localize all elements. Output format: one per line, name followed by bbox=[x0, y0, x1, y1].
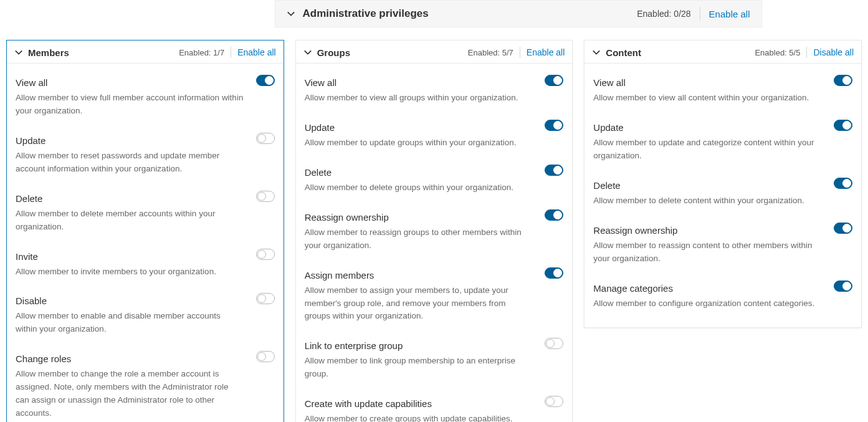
privilege-list: View allAllow member to view full member… bbox=[7, 64, 284, 422]
privilege-title: View all bbox=[305, 77, 564, 88]
privilege-toggle[interactable] bbox=[256, 249, 275, 260]
privilege-title: Update bbox=[16, 135, 275, 146]
toggle-knob bbox=[842, 121, 851, 130]
privilege-description: Allow member to view full member account… bbox=[16, 92, 275, 118]
privilege-description: Allow member to assign your members to, … bbox=[305, 284, 564, 324]
privilege-description: Allow member to configure organization c… bbox=[593, 297, 852, 310]
privilege-item: UpdateAllow member to reset passwords an… bbox=[16, 127, 275, 185]
privilege-description: Allow member to change the role a member… bbox=[16, 368, 275, 420]
privilege-title: Update bbox=[305, 122, 564, 133]
panel-header-groups[interactable]: GroupsEnabled: 5/7Enable all bbox=[296, 41, 573, 64]
privilege-toggle[interactable] bbox=[256, 75, 275, 86]
privilege-item: Reassign ownershipAllow member to reassi… bbox=[305, 203, 564, 261]
privilege-toggle[interactable] bbox=[545, 75, 563, 86]
toggle-knob bbox=[553, 269, 562, 277]
privilege-title: Delete bbox=[305, 167, 564, 178]
privilege-description: Allow member to enable and disable membe… bbox=[16, 310, 275, 336]
privilege-description: Allow member to reset passwords and upda… bbox=[16, 150, 275, 176]
privilege-title: Delete bbox=[16, 193, 275, 204]
panel-header-content[interactable]: ContentEnabled: 5/5Disable all bbox=[584, 41, 861, 64]
privilege-toggle[interactable] bbox=[834, 178, 852, 189]
toggle-knob bbox=[842, 224, 851, 233]
panel-groups: GroupsEnabled: 5/7Enable allView allAllo… bbox=[295, 40, 573, 422]
privilege-toggle[interactable] bbox=[545, 267, 563, 279]
panel-title: Content bbox=[606, 47, 755, 58]
panel-enabled-count: Enabled: 5/5 bbox=[755, 48, 800, 57]
enable-all-link[interactable]: Enable all bbox=[527, 47, 565, 57]
admin-privileges-enabled-count: Enabled: 0/28 bbox=[637, 9, 690, 19]
privilege-title: Update bbox=[593, 122, 852, 133]
privilege-item: UpdateAllow member to update and categor… bbox=[593, 113, 852, 171]
privilege-item: UpdateAllow member to update groups with… bbox=[305, 113, 564, 158]
privilege-title: Manage categories bbox=[593, 283, 852, 294]
privilege-toggle[interactable] bbox=[545, 165, 563, 176]
privilege-toggle[interactable] bbox=[834, 281, 852, 292]
privilege-toggle[interactable] bbox=[834, 120, 852, 131]
admin-privileges-header[interactable]: Administrative privileges Enabled: 0/28 … bbox=[275, 0, 762, 27]
toggle-knob bbox=[265, 76, 274, 85]
privilege-toggle[interactable] bbox=[256, 133, 275, 144]
privilege-title: Disable bbox=[16, 295, 275, 306]
privilege-list: View allAllow member to view all content… bbox=[584, 64, 861, 327]
privilege-item: DeleteAllow member to delete member acco… bbox=[16, 185, 275, 242]
toggle-knob bbox=[842, 76, 851, 85]
toggle-knob bbox=[842, 282, 851, 290]
toggle-knob bbox=[546, 339, 555, 348]
privilege-description: Allow member to view all content within … bbox=[593, 92, 852, 105]
privilege-item: View allAllow member to view full member… bbox=[16, 69, 275, 127]
privilege-item: Assign membersAllow member to assign you… bbox=[305, 261, 564, 332]
privilege-item: Change rolesAllow member to change the r… bbox=[16, 345, 275, 422]
privilege-description: Allow member to invite members to your o… bbox=[16, 266, 275, 279]
privilege-title: Delete bbox=[593, 180, 852, 191]
divider bbox=[700, 7, 700, 21]
panel-title: Members bbox=[28, 47, 179, 58]
privilege-description: Allow member to delete groups within you… bbox=[305, 181, 564, 194]
privilege-toggle[interactable] bbox=[545, 338, 563, 349]
toggle-knob bbox=[257, 134, 266, 143]
enable-all-link[interactable]: Enable all bbox=[709, 9, 750, 19]
privilege-item: InviteAllow member to invite members to … bbox=[16, 242, 275, 287]
privilege-toggle[interactable] bbox=[834, 75, 852, 86]
privilege-toggle[interactable] bbox=[834, 223, 852, 234]
toggle-knob bbox=[553, 76, 562, 85]
toggle-knob bbox=[257, 294, 266, 303]
divider bbox=[806, 47, 807, 58]
privilege-item: Create with update capabilitiesAllow mem… bbox=[305, 390, 564, 422]
privilege-item: Link to enterprise groupAllow member to … bbox=[305, 332, 564, 390]
panel-enabled-count: Enabled: 5/7 bbox=[468, 48, 513, 57]
toggle-knob bbox=[553, 121, 562, 130]
privilege-title: Invite bbox=[16, 251, 275, 262]
chevron-down-icon bbox=[592, 48, 601, 57]
privilege-item: View allAllow member to view all content… bbox=[593, 69, 852, 113]
privilege-toggle[interactable] bbox=[256, 293, 275, 304]
toggle-knob bbox=[546, 397, 555, 406]
panel-title: Groups bbox=[317, 47, 468, 58]
privilege-description: Allow member to update groups within you… bbox=[305, 137, 564, 150]
privilege-title: Create with update capabilities bbox=[305, 398, 564, 409]
chevron-down-icon bbox=[14, 48, 23, 57]
privilege-item: DeleteAllow member to delete groups with… bbox=[305, 158, 564, 203]
privilege-item: Manage categoriesAllow member to configu… bbox=[593, 274, 852, 319]
privilege-title: Change roles bbox=[16, 353, 275, 364]
privilege-description: Allow member to link group membership to… bbox=[305, 355, 564, 381]
privilege-item: DeleteAllow member to delete content wit… bbox=[593, 171, 852, 216]
privilege-toggle[interactable] bbox=[545, 209, 563, 221]
privilege-item: DisableAllow member to enable and disabl… bbox=[16, 287, 275, 345]
privilege-title: Reassign ownership bbox=[305, 212, 564, 223]
privilege-description: Allow member to reassign groups to other… bbox=[305, 226, 564, 252]
privilege-toggle[interactable] bbox=[545, 396, 563, 407]
privilege-toggle[interactable] bbox=[256, 191, 275, 202]
enable-all-link[interactable]: Enable all bbox=[237, 47, 276, 57]
privilege-toggle[interactable] bbox=[256, 351, 275, 362]
toggle-knob bbox=[257, 352, 266, 361]
privilege-toggle[interactable] bbox=[545, 120, 563, 131]
toggle-knob bbox=[553, 166, 562, 175]
disable-all-link[interactable]: Disable all bbox=[813, 47, 854, 57]
divider bbox=[520, 47, 520, 58]
privilege-title: View all bbox=[593, 77, 852, 88]
privilege-item: Reassign ownershipAllow member to reassi… bbox=[593, 216, 852, 274]
chevron-down-icon bbox=[303, 48, 312, 57]
panel-header-members[interactable]: MembersEnabled: 1/7Enable all bbox=[7, 41, 284, 64]
toggle-knob bbox=[257, 192, 266, 201]
privilege-title: Assign members bbox=[305, 270, 564, 281]
